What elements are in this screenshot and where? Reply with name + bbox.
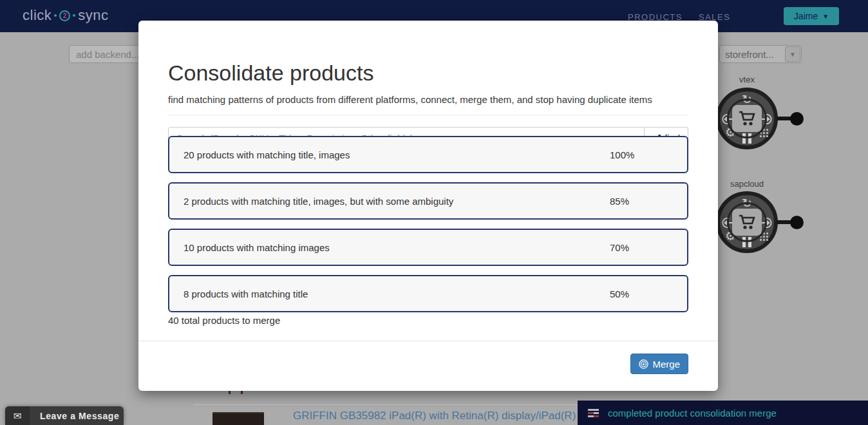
match-group-label: 20 products with matching title, images bbox=[184, 149, 350, 160]
modal-header-divider bbox=[168, 115, 688, 115]
consolidate-products-modal: Consolidate products find matching patte… bbox=[138, 21, 718, 391]
match-confidence: 100% bbox=[610, 149, 634, 160]
chat-widget-tab[interactable]: ✉ Leave a Message bbox=[5, 406, 124, 425]
backend-node-sapcloud[interactable]: ↻ ⚙ bbox=[716, 191, 778, 253]
bullseye-icon bbox=[639, 359, 648, 369]
match-confidence: 70% bbox=[610, 242, 629, 253]
total-products-label: 40 total products to merge bbox=[168, 315, 280, 326]
match-group-row[interactable]: 20 products with matching title, images … bbox=[168, 136, 688, 173]
envelope-icon: ✉ bbox=[5, 406, 30, 425]
backend-node-vtex[interactable]: ↻ ⚙ bbox=[716, 88, 778, 149]
match-confidence: 50% bbox=[610, 288, 629, 299]
match-group-row[interactable]: 10 products with matching images 70% bbox=[168, 229, 688, 266]
match-group-label: 10 products with matching images bbox=[184, 242, 330, 253]
storefront-select[interactable]: storefront... ▼ bbox=[719, 45, 802, 63]
modal-subtitle: find matching patterns of products from … bbox=[168, 94, 688, 105]
product-link[interactable]: GRIFFIN GB35982 iPad(R) with Retina(R) d… bbox=[293, 410, 607, 422]
notification-toast[interactable]: completed product consolidation merge bbox=[578, 401, 868, 425]
match-group-label: 8 products with matching title bbox=[184, 288, 308, 299]
node-label-vtex: vtex bbox=[716, 75, 778, 84]
cart-icon[interactable] bbox=[732, 105, 762, 132]
logo-2-badge-icon: 2 bbox=[59, 10, 70, 21]
merge-button[interactable]: Merge bbox=[630, 354, 688, 374]
user-name: Jaime bbox=[794, 11, 818, 21]
caret-down-icon: ▼ bbox=[822, 13, 829, 20]
user-menu-button[interactable]: Jaime ▼ bbox=[784, 7, 839, 25]
match-group-label: 2 products with matching title, images, … bbox=[184, 196, 453, 207]
merge-button-label: Merge bbox=[652, 359, 680, 370]
app-logo[interactable]: click 2 sync bbox=[23, 7, 109, 24]
connector-endpoint-vtex[interactable] bbox=[790, 112, 804, 126]
cart-icon[interactable] bbox=[732, 209, 762, 236]
logo-dot-icon bbox=[54, 14, 57, 17]
chat-tab-label: Leave a Message bbox=[40, 411, 119, 421]
match-confidence: 85% bbox=[610, 196, 629, 207]
logo-dot-icon bbox=[73, 14, 75, 17]
match-group-row[interactable]: 8 products with matching title 50% bbox=[168, 275, 688, 312]
match-group-row[interactable]: 2 products with matching title, images, … bbox=[168, 182, 688, 220]
node-label-sapcloud: sapcloud bbox=[716, 179, 778, 189]
logo-word-1: click bbox=[23, 7, 52, 24]
chevron-down-icon[interactable]: ▼ bbox=[785, 46, 800, 62]
toast-message: completed product consolidation merge bbox=[608, 408, 777, 419]
logo-word-2: sync bbox=[78, 7, 108, 24]
product-thumbnail bbox=[212, 412, 264, 425]
connector-endpoint-sapcloud[interactable] bbox=[790, 216, 804, 229]
modal-title: Consolidate products bbox=[168, 61, 688, 86]
merge-list-icon bbox=[588, 409, 599, 417]
storefront-select-value: storefront... bbox=[720, 49, 785, 60]
modal-footer-divider bbox=[138, 341, 718, 341]
